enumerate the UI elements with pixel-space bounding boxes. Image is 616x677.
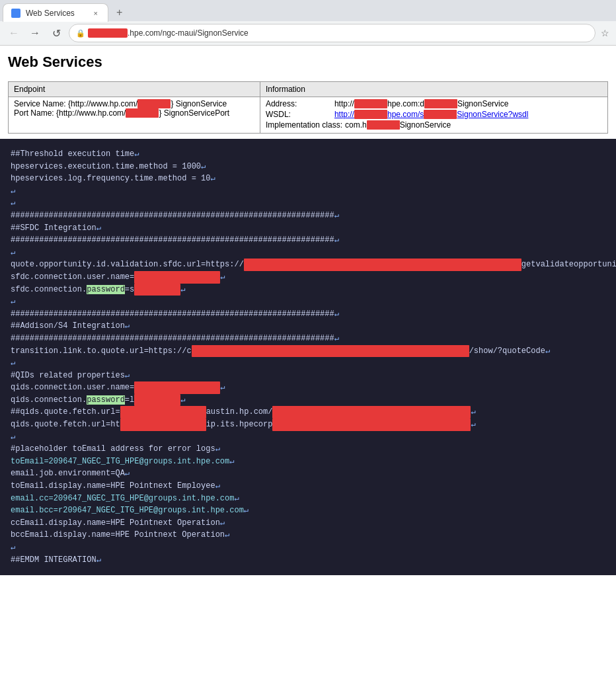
terminal-line-29: email.cc=209647_NGEC_ITG_HPE@groups.int.… [11,493,605,505]
forward-button[interactable]: → [26,24,44,42]
web-services-table: Endpoint Information Service Name: {http… [8,81,608,134]
tab-close-button[interactable]: × [92,9,100,18]
terminal-line-6: ########################################… [11,210,605,222]
active-tab[interactable]: Web Services × [3,3,108,22]
terminal-section: ##Threshold execution time↵ hpeservices.… [0,139,616,575]
wsdl-redacted-2 [424,110,457,119]
terminal-line-33: ↵ [11,541,605,554]
address-label: Address: [266,99,332,108]
sfdc-pass-redacted [134,284,180,296]
impl-redacted [367,120,400,130]
table-row: Service Name: {http://www.hp.com/ } Sign… [9,97,608,134]
terminal-line-20: qids.connection.user.name= ↵ [11,381,605,394]
browser-chrome: Web Services × + ← → ↺ 🔒 .hpe.com/ngc-ma… [0,0,616,46]
wsdl-label: WSDL: [266,110,332,119]
tab-title: Web Services [26,9,87,18]
terminal-line-25: #placeholder toEmail address for error l… [11,443,605,456]
service-name-prefix: {http://www.hp.com/ [68,99,137,108]
terminal-line-13: ↵ [11,296,605,308]
port-name-suffix: } SignonServicePort [159,108,229,118]
wsdl-value: http:// hpe.com/s SignonService?wsdl [334,110,528,119]
address-mid: hpe.com:d [387,99,424,108]
terminal-line-9: ↵ [11,247,605,259]
terminal-line-18: ↵ [11,357,605,370]
tab-bar: Web Services × + [0,0,616,21]
terminal-line-7: ##SFDC Integration↵ [11,222,605,235]
wsdl-link-suffix[interactable]: SignonService?wsdl [457,110,528,119]
endpoint-cell: Service Name: {http://www.hp.com/ } Sign… [9,97,260,134]
port-name-prefix: {http://www.hp.com/ [56,108,126,118]
service-name-label: Service Name: [14,99,66,108]
terminal-line-10: quote.opportunity.id.validation.sfdc.url… [11,259,605,271]
terminal-line-19: #QIDs related properties↵ [11,370,605,382]
terminal-line-31: ccEmail.display.name=HPE Pointnext Opera… [11,517,605,530]
endpoint-header: Endpoint [9,82,260,97]
page-content: Web Services Endpoint Information Servic… [0,46,616,139]
reload-button[interactable]: ↺ [48,24,65,42]
wsdl-row: WSDL: http:// hpe.com/s SignonService?ws… [266,110,602,119]
terminal-line-4: ↵ [11,185,605,198]
terminal-line-21: qids.connection.password=l ↵ [11,394,605,407]
qids-url1-redacted-2 [272,406,471,418]
new-tab-button[interactable]: + [111,5,128,20]
service-name-redacted [137,99,171,108]
qids-pass-redacted [134,394,180,407]
impl-prefix: com.h [345,120,367,130]
wsdl-redacted-1 [354,110,387,119]
impl-label: Implementation class: [266,120,342,130]
url-text: .hpe.com/ngc-maui/SignonService [88,28,588,38]
terminal-line-17: transition.link.to.quote.url=https://c /… [11,345,605,358]
page-title: Web Services [8,51,608,73]
terminal-line-16: ########################################… [11,333,605,345]
terminal-line-22: ##qids.quote.fetch.url= austin.hp.com/ ↵ [11,406,605,418]
port-name-label: Port Name: [14,108,54,118]
url-redacted-1 [88,28,128,38]
qids-password-highlight: password [87,395,125,405]
lock-icon: 🔒 [76,29,85,38]
url-bar[interactable]: 🔒 .hpe.com/ngc-maui/SignonService [69,24,596,42]
sfdc-user-redacted [134,271,220,284]
terminal-line-30: email.bcc=r209647_NGEC_ITG_HPE@groups.in… [11,504,605,517]
terminal-line-8: ########################################… [11,234,605,247]
address-bar: ← → ↺ 🔒 .hpe.com/ngc-maui/SignonService … [0,21,616,45]
info-cell: Address: http:// hpe.com:d SignonService… [260,97,607,134]
terminal-line-28: toEmail.display.name=HPE Pointnext Emplo… [11,480,605,493]
impl-row: Implementation class: com.h SignonServic… [266,120,602,130]
qids-url2-redacted-2 [272,418,471,431]
url-domain: .hpe.com/ngc-maui/SignonService [128,28,249,38]
back-button[interactable]: ← [5,24,22,42]
wsdl-link-mid[interactable]: hpe.com/s [387,110,424,119]
terminal-line-14: ########################################… [11,308,605,321]
impl-value: com.h SignonService [345,120,451,130]
address-row: Address: http:// hpe.com:d SignonService [266,99,602,108]
terminal-line-2: hpeservices.execution.time.method = 1000… [11,161,605,173]
terminal-line-3: hpeservices.log.frequency.time.method = … [11,173,605,185]
impl-suffix: SignonService [400,120,451,130]
terminal-line-1: ##Threshold execution time↵ [11,148,605,161]
sfdc-url-redacted [244,259,521,271]
port-name-redacted [126,108,159,118]
terminal-line-23: qids.quote.fetch.url=ht ip.its.hpecorp ↵ [11,418,605,431]
qids-url2-redacted-1 [120,418,206,431]
qids-user-redacted [134,381,220,394]
address-redacted-2 [424,99,457,108]
bookmark-button[interactable]: ☆ [599,26,611,40]
service-name-row: Service Name: {http://www.hp.com/ } Sign… [14,99,254,108]
tab-favicon [11,9,20,18]
terminal-line-11: sfdc.connection.user.name= ↵ [11,271,605,284]
terminal-line-26: toEmail=209647_NGEC_ITG_HPE@groups.int.h… [11,456,605,468]
terminal-line-15: ##Addison/S4 Integration↵ [11,320,605,333]
terminal-line-32: bccEmail.display.name=HPE Pointnext Oper… [11,529,605,541]
service-name-suffix: } SignonService [171,99,227,108]
terminal-line-27: email.job.environment=QA↵ [11,467,605,480]
sfdc-password-highlight: password [87,285,125,294]
qids-url1-redacted-1 [120,406,206,418]
terminal-line-24: ↵ [11,431,605,444]
address-suffix: SignonService [457,99,508,108]
address-value: http:// hpe.com:d SignonService [334,99,508,108]
info-header: Information [260,82,607,97]
transition-url-redacted [192,345,469,358]
wsdl-link-prefix[interactable]: http:// [334,110,354,119]
terminal-line-12: sfdc.connection.password=s ↵ [11,284,605,296]
terminal-line-5: ↵ [11,197,605,210]
